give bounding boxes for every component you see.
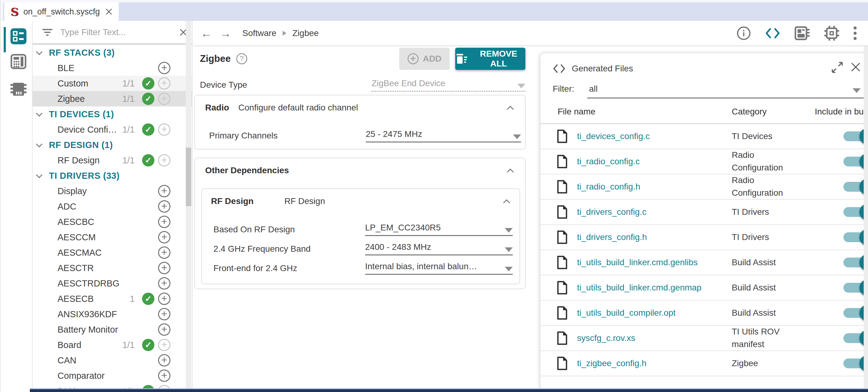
tab-close-icon[interactable]	[105, 8, 113, 16]
info-icon[interactable]	[736, 26, 751, 40]
tree-group-rf-design-1[interactable]: RF DESIGN (1)	[33, 137, 192, 153]
device-view-icon[interactable]	[10, 81, 27, 98]
tree-item-aescbc[interactable]: AESCBC+	[33, 214, 192, 230]
tree-item-label: BLE	[58, 63, 74, 73]
file-name-link[interactable]: ti_radio_config.h	[577, 182, 640, 192]
add-instance-icon[interactable]: +	[158, 293, 170, 305]
tree-item-aesctr[interactable]: AESCTR+	[33, 260, 192, 276]
collapse-icon[interactable]	[503, 200, 510, 207]
tree-item-ansix936kdf[interactable]: ANSIX936KDF+	[33, 306, 192, 322]
add-instance-icon[interactable]: +	[158, 77, 170, 90]
file-name-link[interactable]: ti_devices_config.c	[577, 131, 650, 141]
add-instance-icon[interactable]: +	[158, 354, 170, 366]
close-panel-icon[interactable]	[850, 61, 862, 73]
pinmux-view-icon[interactable]	[10, 53, 27, 70]
add-instance-icon[interactable]: +	[158, 339, 170, 351]
primary-channels-select[interactable]: 25 - 2475 MHz	[366, 129, 521, 143]
tree-item-battery-monitor[interactable]: Battery Monitor+	[33, 322, 192, 337]
tree-group-rf-stacks-3[interactable]: RF STACKS (3)	[33, 45, 192, 60]
tree-item-aesccm[interactable]: AESCCM+	[33, 230, 192, 245]
based-on-rf-design-select[interactable]: LP_EM_CC2340R5	[365, 223, 513, 236]
help-icon[interactable]: ?	[236, 53, 247, 64]
file-name-link[interactable]: ti_utils_build_linker.cmd.genmap	[577, 283, 702, 293]
tree-item-aesctrdrbg[interactable]: AESCTRDRBG+	[33, 276, 192, 291]
tree-item-adc[interactable]: ADC+	[33, 199, 192, 214]
radio-card-header[interactable]: Radio Configure default radio channel	[205, 103, 513, 113]
file-name-link[interactable]: ti_utils_build_linker.cmd.genlibs	[577, 258, 698, 267]
filter-funnel-icon	[42, 28, 53, 37]
chip-icon[interactable]	[824, 25, 840, 41]
add-instance-icon[interactable]: +	[158, 62, 170, 74]
file-name-link[interactable]: ti_zigbee_config.h	[577, 358, 647, 368]
file-name-link[interactable]: syscfg_c.rov.xs	[577, 333, 635, 343]
breadcrumb-software[interactable]: Software	[242, 28, 277, 38]
instance-count: 1/1	[122, 79, 135, 89]
tree-item-can[interactable]: CAN+	[33, 353, 192, 368]
tree-item-ble[interactable]: BLE+	[33, 60, 192, 76]
remove-all-button[interactable]: REMOVE ALL	[455, 48, 525, 70]
add-instance-icon[interactable]: +	[158, 200, 170, 213]
front-end-select[interactable]: Internal bias, internal balun…	[365, 262, 513, 275]
tree-item-board[interactable]: Board1/1✓+	[33, 337, 192, 353]
page-scrollbar[interactable]	[864, 46, 868, 388]
collapse-icon[interactable]	[507, 169, 514, 176]
chevron-down-icon[interactable]	[36, 110, 42, 116]
add-instance-icon[interactable]: +	[158, 308, 170, 320]
tree-item-custom[interactable]: Custom1/1✓+	[33, 76, 192, 91]
filter-input[interactable]	[60, 27, 171, 37]
tree-item-device-confi[interactable]: Device Confi…1/1✓+	[33, 122, 192, 137]
tree-item-display[interactable]: Display+	[33, 183, 192, 199]
file-icon	[556, 281, 568, 295]
add-instance-icon[interactable]: +	[158, 246, 170, 259]
collapse-icon[interactable]	[507, 106, 514, 113]
other-dependencies-header[interactable]: Other Dependencies	[205, 165, 513, 175]
add-instance-icon[interactable]: +	[158, 154, 170, 167]
tree-item-zigbee[interactable]: Zigbee1/1✓+	[33, 91, 192, 107]
breadcrumb-zigbee[interactable]: Zigbee	[292, 28, 319, 38]
add-instance-icon[interactable]: +	[158, 123, 170, 136]
instance-count: 1/1	[122, 155, 135, 165]
expand-panel-icon[interactable]	[831, 61, 844, 74]
tree-item-aesecb[interactable]: AESECB1✓+	[33, 291, 192, 306]
device-type-select[interactable]: ZigBee End Device	[372, 79, 525, 92]
add-instance-icon[interactable]: +	[158, 93, 170, 105]
add-instance-icon[interactable]: +	[158, 216, 170, 228]
tab-on-off-switch-syscfg[interactable]: S on_off_switch.syscfg	[4, 2, 119, 21]
file-category: Build Assist	[732, 304, 799, 323]
chevron-down-icon[interactable]	[36, 141, 42, 147]
chevron-down-icon[interactable]	[36, 171, 42, 178]
add-instance-icon[interactable]: +	[158, 231, 170, 243]
tree-scrollbar-thumb[interactable]	[186, 148, 191, 206]
software-view-icon[interactable]	[10, 28, 27, 45]
add-button[interactable]: + ADD	[399, 48, 450, 70]
frequency-band-select[interactable]: 2400 - 2483 MHz	[365, 242, 513, 255]
kebab-menu-icon[interactable]	[853, 26, 857, 40]
board-view-icon[interactable]	[794, 26, 810, 40]
files-filter-select[interactable]: all	[589, 84, 598, 94]
add-instance-icon[interactable]: +	[158, 277, 170, 290]
generated-files-header: Generated Files	[552, 61, 868, 77]
files-filter-label: Filter:	[553, 84, 574, 94]
add-instance-icon[interactable]: +	[158, 369, 170, 382]
file-name-link[interactable]: ti_radio_config.c	[577, 157, 640, 167]
file-name-link[interactable]: ti_drivers_config.h	[577, 232, 647, 242]
file-name-link[interactable]: ti_utils_build_compiler.opt	[577, 308, 676, 318]
status-ok-icon: ✓	[142, 154, 154, 167]
file-name-link[interactable]: ti_drivers_config.c	[577, 207, 647, 217]
tree-item-rf-design[interactable]: RF Design1/1✓+	[33, 153, 192, 168]
status-ok-icon: ✓	[142, 77, 154, 90]
add-instance-icon[interactable]: +	[158, 262, 170, 274]
tree-item-comparator[interactable]: Comparator+	[33, 368, 192, 383]
tree-item-aescmac[interactable]: AESCMAC+	[33, 245, 192, 260]
tree-group-ti-drivers-33[interactable]: TI DRIVERS (33)	[33, 168, 192, 183]
nav-forward-icon[interactable]: →	[220, 27, 231, 39]
rf-design-header[interactable]: RF Design RF Design	[211, 196, 509, 206]
based-on-rf-design-row: Based On RF Design LP_EM_CC2340R5	[214, 220, 510, 239]
add-instance-icon[interactable]: +	[158, 185, 170, 197]
tree-group-ti-devices-1[interactable]: TI DEVICES (1)	[33, 107, 192, 122]
nav-back-icon[interactable]: ←	[200, 27, 212, 39]
add-instance-icon[interactable]: +	[158, 323, 170, 336]
chevron-down-icon[interactable]	[36, 48, 42, 55]
code-icon[interactable]	[765, 27, 781, 39]
tree-scrollbar[interactable]	[186, 21, 191, 392]
